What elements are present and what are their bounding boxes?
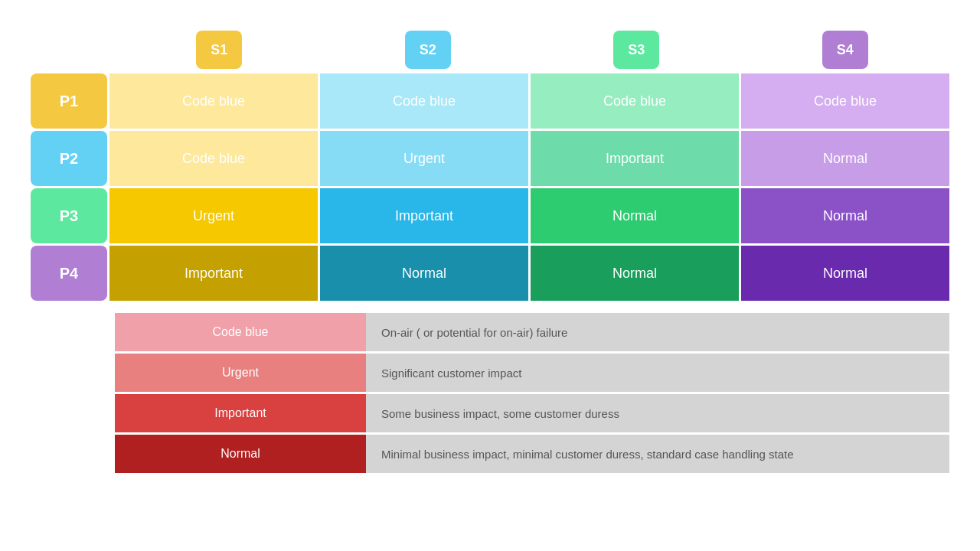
matrix-container: S1S2S3S4 P1Code blueCode blueCode blueCo… <box>31 31 949 473</box>
cell-p4-s2: Normal <box>320 246 528 301</box>
s-badge-s2: S2 <box>405 31 451 69</box>
s-label-s1: S1 <box>115 31 324 69</box>
legend-row-1: UrgentSignificant customer impact <box>115 354 949 392</box>
legend-desc-0: On-air ( or potential for on-air) failur… <box>366 313 949 351</box>
cell-p1-s2: Code blue <box>320 73 528 129</box>
cell-p1-s3: Code blue <box>531 73 739 129</box>
legend-desc-2: Some business impact, some customer dure… <box>366 394 949 432</box>
s-badge-s3: S3 <box>613 31 659 69</box>
s-badge-s1: S1 <box>196 31 242 69</box>
cell-p4-s1: Important <box>109 246 318 301</box>
s-label-s4: S4 <box>741 31 950 69</box>
grid-area: P1Code blueCode blueCode blueCode blueP2… <box>31 73 949 301</box>
legend-row-0: Code blueOn-air ( or potential for on-ai… <box>115 313 949 351</box>
legend-desc-3: Minimal business impact, minimal custome… <box>366 435 949 473</box>
cell-p3-s4: Normal <box>741 188 949 243</box>
legend: Code blueOn-air ( or potential for on-ai… <box>115 313 949 473</box>
grid-row-p1: P1Code blueCode blueCode blueCode blue <box>31 73 949 129</box>
legend-row-2: ImportantSome business impact, some cust… <box>115 394 949 432</box>
p-badge-p4: P4 <box>31 246 107 301</box>
cell-p2-s2: Urgent <box>320 131 528 186</box>
grid-row-p4: P4ImportantNormalNormalNormal <box>31 246 949 301</box>
p-badge-p3: P3 <box>31 188 107 243</box>
cell-p2-s3: Important <box>531 131 739 186</box>
grid-row-p2: P2Code blueUrgentImportantNormal <box>31 131 949 186</box>
cell-p4-s3: Normal <box>531 246 739 301</box>
p-badge-p2: P2 <box>31 131 107 186</box>
grid-row-p3: P3UrgentImportantNormalNormal <box>31 188 949 243</box>
header-row: S1S2S3S4 <box>115 31 949 69</box>
cell-p1-s4: Code blue <box>741 73 949 129</box>
cell-p3-s2: Important <box>320 188 528 243</box>
p-badge-p1: P1 <box>31 73 107 129</box>
s-label-s3: S3 <box>532 31 741 69</box>
s-badge-s4: S4 <box>822 31 868 69</box>
legend-label-1: Urgent <box>115 354 366 392</box>
cell-p1-s1: Code blue <box>109 73 318 129</box>
cell-p2-s1: Code blue <box>109 131 318 186</box>
legend-desc-1: Significant customer impact <box>366 354 949 392</box>
legend-label-3: Normal <box>115 435 366 473</box>
legend-row-3: NormalMinimal business impact, minimal c… <box>115 435 949 473</box>
legend-label-2: Important <box>115 394 366 432</box>
cell-p3-s3: Normal <box>531 188 739 243</box>
cell-p3-s1: Urgent <box>109 188 318 243</box>
legend-label-0: Code blue <box>115 313 366 351</box>
s-label-s2: S2 <box>324 31 533 69</box>
cell-p2-s4: Normal <box>741 131 949 186</box>
cell-p4-s4: Normal <box>741 246 949 301</box>
